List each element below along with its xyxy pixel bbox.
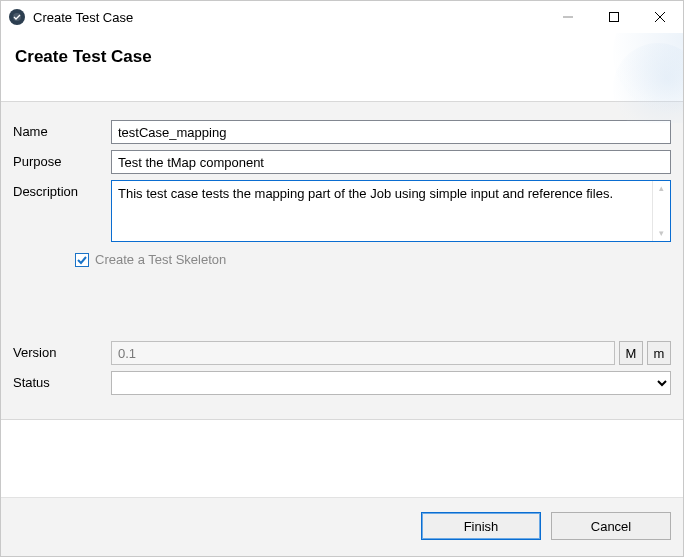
minimize-button[interactable] — [545, 1, 591, 33]
svg-rect-2 — [610, 13, 619, 22]
dialog-footer: Finish Cancel — [1, 497, 683, 556]
version-value: 0.1 — [118, 346, 136, 361]
description-field-wrap: ▴ ▾ — [111, 180, 671, 242]
version-field: 0.1 — [111, 341, 615, 365]
purpose-input[interactable] — [111, 150, 671, 174]
purpose-label: Purpose — [13, 150, 111, 169]
maximize-button[interactable] — [591, 1, 637, 33]
skeleton-label: Create a Test Skeleton — [95, 252, 226, 267]
textarea-scrollbar[interactable]: ▴ ▾ — [652, 181, 670, 241]
window-controls — [545, 1, 683, 33]
description-textarea[interactable] — [112, 181, 652, 241]
finish-button[interactable]: Finish — [421, 512, 541, 540]
check-icon — [77, 255, 87, 265]
form-area: Name Purpose Description ▴ ▾ Create a Te… — [1, 101, 683, 420]
skeleton-checkbox[interactable] — [75, 253, 89, 267]
skeleton-row: Create a Test Skeleton — [75, 252, 671, 267]
version-major-button[interactable]: M — [619, 341, 643, 365]
scroll-up-icon: ▴ — [659, 184, 664, 193]
close-button[interactable] — [637, 1, 683, 33]
dialog-heading: Create Test Case — [15, 47, 669, 67]
titlebar: Create Test Case — [1, 1, 683, 33]
version-label: Version — [13, 341, 111, 360]
scroll-down-icon: ▾ — [659, 229, 664, 238]
name-input[interactable] — [111, 120, 671, 144]
status-label: Status — [13, 371, 111, 390]
status-select[interactable] — [111, 371, 671, 395]
cancel-button[interactable]: Cancel — [551, 512, 671, 540]
version-minor-button[interactable]: m — [647, 341, 671, 365]
window-title: Create Test Case — [33, 10, 133, 25]
name-label: Name — [13, 120, 111, 139]
description-label: Description — [13, 180, 111, 199]
dialog-header: Create Test Case — [1, 33, 683, 101]
app-icon — [9, 9, 25, 25]
